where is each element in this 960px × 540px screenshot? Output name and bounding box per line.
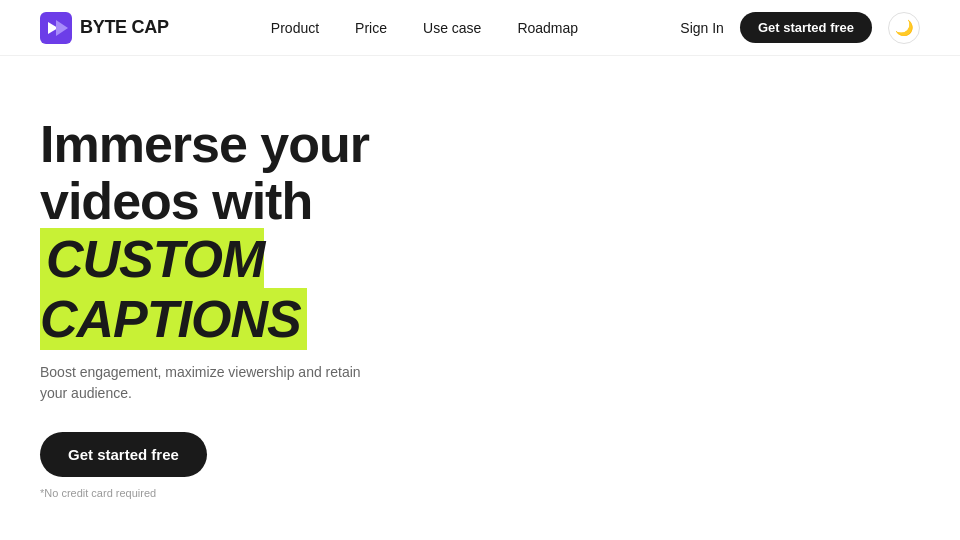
dark-mode-toggle[interactable]: 🌙 [888, 12, 920, 44]
nav-price[interactable]: Price [355, 20, 387, 36]
nav-links: Product Price Use case Roadmap [271, 19, 578, 37]
nav-roadmap[interactable]: Roadmap [517, 20, 578, 36]
logo-text: BYTE CAP [80, 17, 169, 38]
logo-link[interactable]: BYTE CAP [40, 12, 169, 44]
hero-section: Immerse your videos with CUSTOMCAPTIONS … [0, 56, 560, 539]
nav-cta-button[interactable]: Get started free [740, 12, 872, 43]
hero-title-line1: Immerse your [40, 115, 369, 173]
logo-icon [40, 12, 72, 44]
sign-in-link[interactable]: Sign In [680, 20, 724, 36]
hero-subtitle: Boost engagement, maximize viewership an… [40, 362, 380, 404]
hero-title: Immerse your videos with CUSTOMCAPTIONS [40, 116, 520, 350]
nav-right: Sign In Get started free 🌙 [680, 12, 920, 44]
nav-use-case[interactable]: Use case [423, 20, 481, 36]
navbar: BYTE CAP Product Price Use case Roadmap … [0, 0, 960, 56]
moon-icon: 🌙 [895, 19, 914, 37]
hero-title-highlight: CUSTOMCAPTIONS [40, 228, 307, 350]
hero-cta-button[interactable]: Get started free [40, 432, 207, 477]
nav-product[interactable]: Product [271, 20, 319, 36]
hero-title-line2: videos with [40, 172, 312, 230]
no-credit-card-text: *No credit card required [40, 487, 520, 499]
